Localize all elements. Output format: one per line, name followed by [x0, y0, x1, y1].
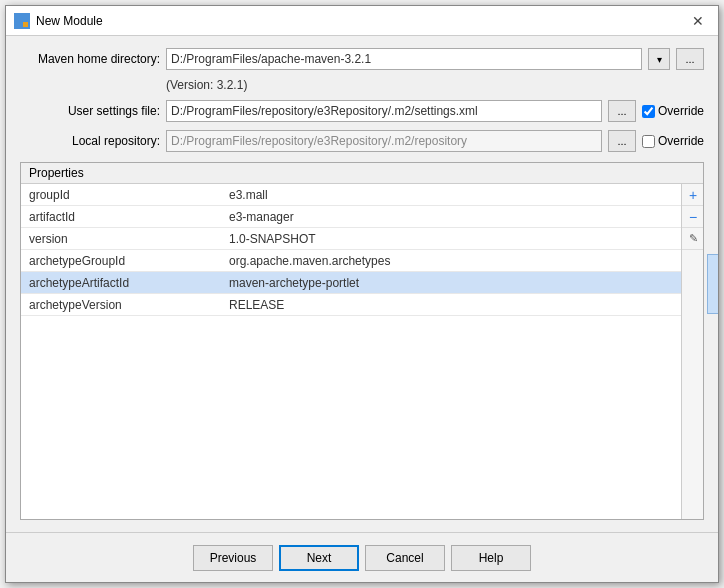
content: Maven home directory: ▾ ... (Version: 3.… [6, 36, 718, 532]
properties-table: groupIde3.mallartifactIde3-managerversio… [21, 184, 681, 519]
prop-value: maven-archetype-portlet [221, 276, 681, 290]
prop-key: archetypeArtifactId [21, 276, 221, 290]
maven-dropdown-button[interactable]: ▾ [648, 48, 670, 70]
svg-rect-1 [23, 15, 28, 20]
previous-button[interactable]: Previous [193, 545, 273, 571]
local-repo-browse-button[interactable]: ... [608, 130, 636, 152]
local-repo-override-checkbox[interactable] [642, 135, 655, 148]
remove-property-button[interactable]: − [682, 206, 703, 228]
local-repo-row: Local repository: ... Override [20, 130, 704, 152]
footer: Previous Next Cancel Help [6, 532, 718, 582]
table-row[interactable]: groupIde3.mall [21, 184, 681, 206]
user-settings-row: User settings file: ... Override [20, 100, 704, 122]
app-icon [14, 13, 30, 29]
table-row[interactable]: version1.0-SNAPSHOT [21, 228, 681, 250]
maven-browse-button[interactable]: ... [676, 48, 704, 70]
table-row[interactable]: archetypeArtifactIdmaven-archetype-portl… [21, 272, 681, 294]
prop-value: e3.mall [221, 188, 681, 202]
prop-key: version [21, 232, 221, 246]
local-repo-input [166, 130, 602, 152]
content-wrapper: Maven home directory: ▾ ... (Version: 3.… [6, 36, 718, 532]
prop-key: artifactId [21, 210, 221, 224]
user-settings-browse-button[interactable]: ... [608, 100, 636, 122]
user-settings-label: User settings file: [20, 104, 160, 118]
table-row[interactable]: archetypeVersionRELEASE [21, 294, 681, 316]
properties-actions: + − ✎ [681, 184, 703, 519]
maven-version: (Version: 3.2.1) [166, 78, 704, 92]
properties-section: Properties groupIde3.mallartifactIde3-ma… [20, 162, 704, 520]
edit-property-button[interactable]: ✎ [682, 228, 703, 250]
properties-body: groupIde3.mallartifactIde3-managerversio… [21, 184, 703, 519]
maven-home-row: Maven home directory: ▾ ... [20, 48, 704, 70]
prop-value: 1.0-SNAPSHOT [221, 232, 681, 246]
user-settings-input[interactable] [166, 100, 602, 122]
table-row[interactable]: archetypeGroupIdorg.apache.maven.archety… [21, 250, 681, 272]
svg-rect-2 [16, 22, 21, 27]
prop-value: org.apache.maven.archetypes [221, 254, 681, 268]
prop-key: groupId [21, 188, 221, 202]
maven-home-input[interactable] [166, 48, 642, 70]
local-repo-override-label[interactable]: Override [642, 134, 704, 148]
add-property-button[interactable]: + [682, 184, 703, 206]
local-repo-label: Local repository: [20, 134, 160, 148]
properties-title: Properties [21, 163, 703, 184]
maven-home-label: Maven home directory: [20, 52, 160, 66]
close-button[interactable]: ✕ [686, 9, 710, 33]
local-repo-override-text: Override [658, 134, 704, 148]
help-button[interactable]: Help [451, 545, 531, 571]
dialog-title: New Module [36, 14, 686, 28]
next-button[interactable]: Next [279, 545, 359, 571]
prop-key: archetypeVersion [21, 298, 221, 312]
side-tab [707, 254, 718, 314]
cancel-button[interactable]: Cancel [365, 545, 445, 571]
prop-value: e3-manager [221, 210, 681, 224]
user-settings-override-checkbox[interactable] [642, 105, 655, 118]
dialog: New Module ✕ Maven home directory: ▾ ...… [5, 5, 719, 583]
prop-key: archetypeGroupId [21, 254, 221, 268]
table-row[interactable]: artifactIde3-manager [21, 206, 681, 228]
title-bar: New Module ✕ [6, 6, 718, 36]
svg-rect-3 [23, 22, 28, 27]
prop-value: RELEASE [221, 298, 681, 312]
svg-rect-0 [16, 15, 21, 20]
user-settings-override-label[interactable]: Override [642, 104, 704, 118]
user-settings-override-text: Override [658, 104, 704, 118]
